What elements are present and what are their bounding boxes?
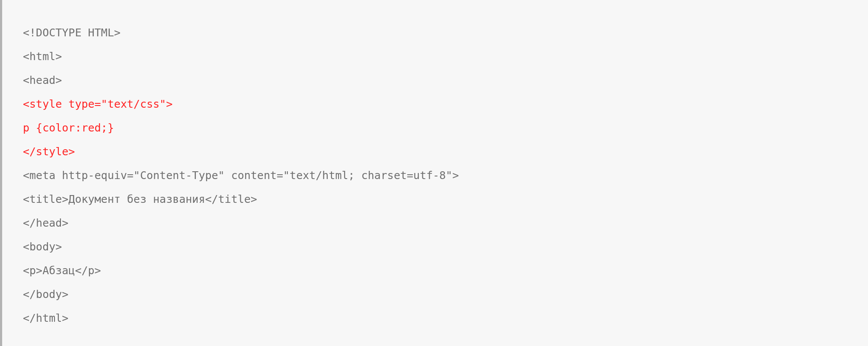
code-line: </body> [23, 288, 68, 301]
code-line-highlighted: </style> [23, 145, 75, 158]
code-line: <p>Абзац</p> [23, 264, 101, 277]
code-line: <meta http-equiv="Content-Type" content=… [23, 169, 459, 182]
code-block: <!DOCTYPE HTML> <html> <head> <style typ… [0, 0, 868, 346]
code-line: <body> [23, 240, 62, 253]
code-line-highlighted: <style type="text/css"> [23, 98, 172, 110]
code-line: </html> [23, 312, 68, 324]
code-line: <html> [23, 50, 62, 63]
code-line-highlighted: p {color:red;} [23, 122, 114, 134]
code-line: <!DOCTYPE HTML> [23, 26, 121, 39]
code-line: </head> [23, 217, 68, 229]
code-line: <title>Документ без названия</title> [23, 193, 257, 205]
code-line: <head> [23, 74, 62, 86]
